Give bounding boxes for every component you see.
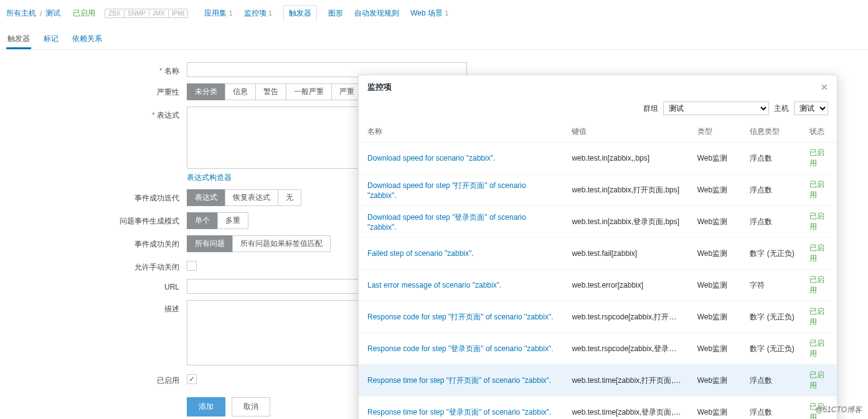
- item-status: 已启用: [801, 174, 837, 206]
- nav-discovery[interactable]: 自动发现规则: [354, 8, 399, 19]
- item-name-link[interactable]: Response code for step "打开页面" of scenari…: [367, 313, 554, 321]
- item-type: Web监测: [689, 238, 742, 270]
- modal-group-label: 群组: [643, 103, 658, 114]
- item-info: 浮点数: [741, 206, 800, 238]
- tag-zbx: ZBX: [105, 9, 124, 18]
- item-key: web.test.in[zabbix,登录页面,bps]: [563, 206, 688, 238]
- manual-close-checkbox[interactable]: [187, 261, 197, 271]
- item-name-link[interactable]: Response code for step "登录页面" of scenari…: [367, 344, 554, 353]
- modal-host-select[interactable]: 测试: [794, 101, 828, 115]
- item-status: 已启用: [801, 365, 837, 397]
- item-type: Web监测: [689, 206, 742, 238]
- watermark: @51CTO博客: [815, 405, 862, 415]
- item-key: web.test.error[zabbix]: [563, 270, 688, 301]
- nav-applications[interactable]: 应用集 1: [204, 8, 232, 19]
- item-status: 已启用: [801, 206, 837, 238]
- add-button[interactable]: 添加: [187, 397, 225, 417]
- item-key: web.test.in[zabbix,,bps]: [563, 143, 688, 174]
- table-row[interactable]: Last error message of scenario "zabbix".…: [359, 270, 837, 301]
- enabled-checkbox[interactable]: ✓: [187, 374, 197, 384]
- severity-warning[interactable]: 警告: [255, 83, 286, 100]
- severity-group: 未分类 信息 警告 一般严重 严重: [187, 83, 362, 100]
- item-info: 浮点数: [741, 397, 800, 420]
- table-row[interactable]: Download speed for scenario "zabbix".web…: [359, 143, 837, 174]
- item-type: Web监测: [689, 365, 742, 397]
- item-name-link[interactable]: Response time for step "登录页面" of scenari…: [367, 408, 551, 417]
- items-table: 名称 键值 类型 信息类型 状态 Download speed for scen…: [359, 121, 837, 419]
- table-row[interactable]: Download speed for step "打开页面" of scenar…: [359, 174, 837, 206]
- breadcrumb-sep: /: [40, 9, 42, 18]
- table-row[interactable]: Response time for step "登录页面" of scenari…: [359, 397, 837, 420]
- nav-items[interactable]: 监控项 1: [244, 8, 272, 19]
- modal-group-select[interactable]: 测试: [663, 101, 769, 115]
- item-info: 浮点数: [741, 143, 800, 174]
- item-status: 已启用: [801, 238, 837, 270]
- close-icon[interactable]: ✕: [821, 82, 828, 92]
- items-modal: 监控项 ✕ 群组 测试 主机 测试 名称 键值 类型 信息类型 状态 Downl…: [358, 75, 837, 419]
- subtab-tags[interactable]: 标记: [42, 30, 60, 49]
- item-status: 已启用: [801, 333, 837, 365]
- label-url: URL: [6, 279, 187, 291]
- item-name-link[interactable]: Download speed for step "登录页面" of scenar…: [367, 213, 526, 232]
- col-status: 状态: [801, 121, 837, 143]
- label-ok-close: 事件成功关闭: [6, 235, 187, 250]
- breadcrumb-host[interactable]: 测试: [45, 8, 60, 19]
- nav-graphs[interactable]: 图形: [328, 8, 343, 19]
- item-key: web.test.fail[zabbix]: [563, 238, 688, 270]
- item-status: 已启用: [801, 301, 837, 333]
- label-problem-mode: 问题事件生成模式: [6, 212, 187, 227]
- item-info: 数字 (无正负): [741, 238, 800, 270]
- label-manual-close: 允许手动关闭: [6, 258, 187, 273]
- interface-tags: ZBX SNMP JMX IPMI: [105, 9, 188, 18]
- item-name-link[interactable]: Download speed for step "打开页面" of scenar…: [367, 181, 526, 200]
- item-name-link[interactable]: Download speed for scenario "zabbix".: [367, 154, 495, 162]
- label-severity: 严重性: [6, 83, 187, 98]
- nav-web[interactable]: Web 场景 1: [410, 8, 448, 19]
- nav-triggers[interactable]: 触发器: [283, 5, 317, 22]
- item-type: Web监测: [689, 270, 742, 301]
- severity-info[interactable]: 信息: [225, 83, 256, 100]
- item-type: Web监测: [689, 301, 742, 333]
- modal-title: 监控项: [367, 82, 392, 93]
- table-row[interactable]: Response code for step "登录页面" of scenari…: [359, 333, 837, 365]
- problem-mode-single[interactable]: 单个: [187, 212, 218, 229]
- cancel-button[interactable]: 取消: [232, 397, 270, 417]
- item-type: Web监测: [689, 143, 742, 174]
- subtab-trigger[interactable]: 触发器: [6, 30, 31, 49]
- expression-builder-link[interactable]: 表达式构造器: [187, 173, 232, 182]
- table-row[interactable]: Response time for step "打开页面" of scenari…: [359, 365, 837, 397]
- item-key: web.test.time[zabbix,打开页面,resp]: [563, 365, 688, 397]
- ok-event-recovery[interactable]: 恢复表达式: [225, 189, 278, 206]
- item-name-link[interactable]: Failed step of scenario "zabbix".: [367, 249, 474, 258]
- label-ok-event: 事件成功迭代: [6, 189, 187, 204]
- ok-event-none[interactable]: 无: [278, 189, 301, 206]
- item-name-link[interactable]: Response time for step "打开页面" of scenari…: [367, 376, 551, 385]
- table-row[interactable]: Download speed for step "登录页面" of scenar…: [359, 206, 837, 238]
- host-status: 已启用: [73, 8, 95, 19]
- severity-average[interactable]: 一般严重: [286, 83, 332, 100]
- ok-event-expression[interactable]: 表达式: [187, 189, 225, 206]
- ok-close-all[interactable]: 所有问题: [187, 235, 233, 252]
- severity-not-classified[interactable]: 未分类: [187, 83, 225, 100]
- item-type: Web监测: [689, 397, 742, 420]
- item-key: web.test.time[zabbix,登录页面,resp]: [563, 397, 688, 420]
- label-enabled: 已启用: [6, 372, 187, 386]
- host-topbar: 所有主机 / 测试 已启用 ZBX SNMP JMX IPMI 应用集 1 监控…: [0, 0, 868, 26]
- tag-ipmi: IPMI: [168, 9, 189, 18]
- subtab-deps[interactable]: 依赖关系: [71, 30, 103, 49]
- ok-close-tagmatch[interactable]: 所有问题如果标签值匹配: [232, 235, 331, 252]
- breadcrumb-all-hosts[interactable]: 所有主机: [6, 8, 36, 19]
- table-row[interactable]: Failed step of scenario "zabbix".web.tes…: [359, 238, 837, 270]
- ok-event-group: 表达式 恢复表达式 无: [187, 189, 301, 206]
- ok-close-group: 所有问题 所有问题如果标签值匹配: [187, 235, 331, 252]
- tag-snmp: SNMP: [124, 9, 149, 18]
- col-info: 信息类型: [741, 121, 800, 143]
- item-type: Web监测: [689, 174, 742, 206]
- problem-mode-multiple[interactable]: 多重: [217, 212, 248, 229]
- item-name-link[interactable]: Last error message of scenario "zabbix".: [367, 281, 501, 290]
- table-row[interactable]: Response code for step "打开页面" of scenari…: [359, 301, 837, 333]
- col-name: 名称: [359, 121, 563, 143]
- problem-mode-group: 单个 多重: [187, 212, 248, 229]
- item-info: 数字 (无正负): [741, 301, 800, 333]
- item-key: web.test.rspcode[zabbix,打开页面]: [563, 301, 688, 333]
